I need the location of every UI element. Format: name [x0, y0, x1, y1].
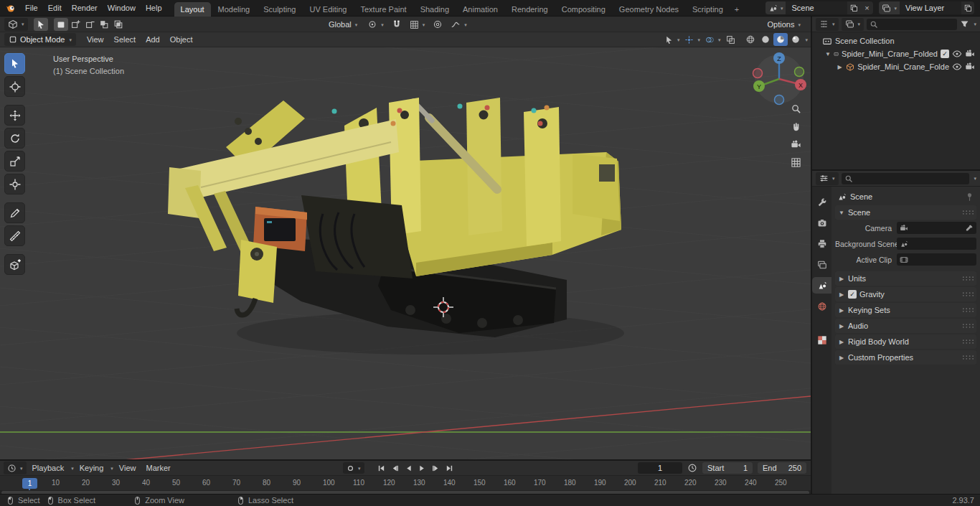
select-mode-invert-button[interactable] — [97, 18, 111, 31]
start-frame-field[interactable]: Start1 — [702, 462, 753, 474]
end-frame-field[interactable]: End250 — [758, 462, 806, 474]
pivot-point-dropdown[interactable]: ▾ — [363, 18, 388, 31]
workspace-tab-uv-editing[interactable]: UV Editing — [303, 2, 353, 17]
tab-scene[interactable] — [812, 277, 831, 294]
new-scene-button[interactable] — [847, 1, 860, 14]
camera-field[interactable] — [897, 222, 976, 234]
tab-world[interactable] — [812, 298, 831, 314]
current-frame-field[interactable]: 1 — [638, 462, 682, 474]
active-tool-icon[interactable] — [34, 18, 48, 31]
auto-keying-button[interactable]: ▾ — [343, 462, 364, 474]
select-mode-set-button[interactable] — [54, 18, 68, 31]
panel-gravity[interactable]: ▶ ✓ Gravity — [835, 287, 976, 301]
grip-dots-icon[interactable] — [962, 210, 974, 215]
grip-dots-icon[interactable] — [962, 276, 974, 281]
panel-rigid-body-world[interactable]: ▶ Rigid Body World — [835, 334, 976, 349]
tab-render[interactable] — [812, 215, 831, 231]
zoom-button[interactable] — [789, 103, 802, 114]
grip-dots-icon[interactable] — [962, 323, 974, 329]
play-button[interactable] — [415, 462, 429, 474]
menu-render[interactable]: Render — [67, 1, 103, 15]
disable-render-camera-icon[interactable] — [965, 49, 975, 59]
timeline-editor-dropdown[interactable]: ▾ — [4, 462, 27, 474]
pan-hand-button[interactable] — [789, 121, 802, 132]
grip-dots-icon[interactable] — [962, 339, 974, 345]
options-dropdown[interactable]: Options▾ — [763, 18, 805, 31]
shading-rendered-button[interactable] — [788, 33, 803, 46]
select-mode-subtract-button[interactable] — [83, 18, 97, 31]
workspace-tab-animation[interactable]: Animation — [456, 2, 504, 17]
menu-marker[interactable]: Marker — [141, 462, 174, 474]
select-mode-intersect-button[interactable] — [111, 18, 126, 31]
tool-select-box[interactable] — [4, 53, 25, 74]
tool-annotate[interactable] — [4, 202, 25, 223]
mode-dropdown[interactable]: Object Mode ▾ — [4, 33, 76, 46]
panel-keying-sets[interactable]: ▶ Keying Sets — [835, 303, 976, 317]
workspace-tab-modeling[interactable]: Modeling — [212, 2, 257, 17]
menu-select[interactable]: Select — [109, 33, 141, 47]
view-layer-browse-button[interactable]: ▾ — [879, 1, 900, 14]
menu-add[interactable]: Add — [141, 33, 165, 47]
tool-move[interactable] — [4, 105, 25, 126]
pin-icon[interactable] — [965, 192, 974, 202]
jump-to-start-button[interactable] — [374, 462, 388, 474]
shading-material-preview-button[interactable] — [773, 33, 788, 46]
blender-logo[interactable] — [4, 1, 19, 14]
camera-view-button[interactable] — [789, 139, 802, 150]
outliner-search-input[interactable] — [867, 19, 957, 30]
add-workspace-button[interactable]: + — [730, 2, 743, 17]
tool-rotate[interactable] — [4, 128, 25, 149]
workspace-tab-geometry-nodes[interactable]: Geometry Nodes — [613, 2, 685, 17]
outliner-row-object[interactable]: ▶ Spider_Mini_Crane_Folde — [812, 60, 980, 73]
view-layer-name-field[interactable]: View Layer — [900, 1, 961, 14]
workspace-tab-texture-paint[interactable]: Texture Paint — [354, 2, 413, 17]
shading-solid-button[interactable] — [758, 33, 773, 46]
tool-cursor[interactable] — [4, 76, 25, 97]
menu-view[interactable]: View — [82, 33, 109, 47]
menu-keying[interactable]: Keying — [75, 462, 108, 474]
next-keyframe-button[interactable] — [429, 462, 443, 474]
object-type-visibility-dropdown[interactable]: ▾ — [662, 33, 682, 46]
tab-output[interactable] — [812, 235, 831, 252]
grip-dots-icon[interactable] — [962, 307, 974, 313]
collection-checkbox[interactable]: ✓ — [941, 50, 949, 58]
properties-search-input[interactable] — [842, 173, 970, 184]
show-gizmo-dropdown[interactable]: ▾ — [682, 33, 702, 46]
proportional-falloff-dropdown[interactable]: ▾ — [446, 18, 471, 31]
menu-file[interactable]: File — [20, 1, 43, 15]
disclosure-triangle-icon[interactable]: ▼ — [825, 51, 831, 57]
menu-view-timeline[interactable]: View — [115, 462, 141, 474]
workspace-tab-layout[interactable]: Layout — [174, 2, 211, 17]
active-clip-field[interactable] — [897, 253, 976, 266]
playhead-frame-chip[interactable]: 1 — [22, 478, 37, 489]
snap-toggle-button[interactable] — [390, 18, 404, 31]
tool-transform[interactable] — [4, 174, 25, 195]
play-reverse-button[interactable] — [402, 462, 415, 474]
tool-scale[interactable] — [4, 151, 25, 172]
menu-help[interactable]: Help — [141, 1, 167, 15]
shading-wireframe-button[interactable] — [743, 33, 758, 46]
scene-name-field[interactable]: Scene — [786, 1, 847, 14]
xray-toggle-button[interactable] — [723, 33, 738, 46]
use-preview-range-button[interactable] — [687, 463, 697, 473]
tab-tool[interactable] — [812, 194, 831, 210]
show-overlays-dropdown[interactable]: ▾ — [703, 33, 723, 46]
panel-custom-properties[interactable]: ▶ Custom Properties — [835, 350, 976, 365]
properties-editor-dropdown[interactable]: ▾ — [816, 172, 839, 185]
close-icon[interactable]: × — [860, 1, 873, 14]
select-mode-extend-button[interactable] — [68, 18, 83, 31]
disclosure-triangle-icon[interactable]: ▶ — [837, 64, 843, 70]
menu-window[interactable]: Window — [103, 1, 141, 15]
tab-view-layer[interactable] — [812, 256, 831, 273]
eyedropper-icon[interactable] — [965, 224, 974, 233]
proportional-editing-button[interactable] — [430, 18, 445, 31]
outliner-row-collection[interactable]: ▼ Spider_Mini_Crane_Folded ✓ — [812, 47, 980, 60]
editor-type-dropdown[interactable]: ▾ — [4, 18, 28, 31]
hide-eye-icon[interactable] — [952, 49, 962, 59]
filter-funnel-icon[interactable] — [960, 19, 969, 29]
jump-to-end-button[interactable] — [443, 462, 456, 474]
viewport-3d[interactable]: User Perspective (1) Scene Collection — [0, 47, 811, 459]
previous-keyframe-button[interactable] — [388, 462, 402, 474]
panel-audio[interactable]: ▶ Audio — [835, 319, 976, 333]
grip-dots-icon[interactable] — [962, 355, 974, 360]
